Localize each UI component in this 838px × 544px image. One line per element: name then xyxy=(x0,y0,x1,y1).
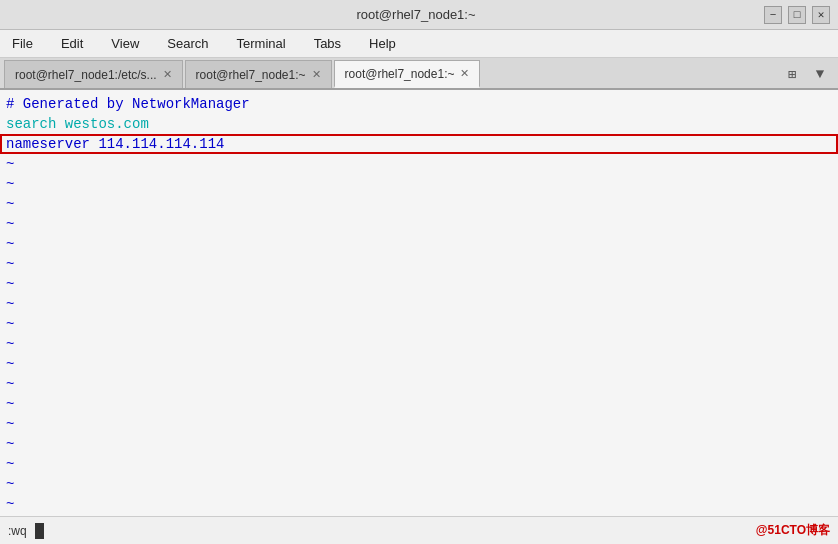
tab-dropdown-button[interactable]: ▼ xyxy=(806,60,834,88)
tab-bar: root@rhel7_node1:/etc/s...✕root@rhel7_no… xyxy=(0,58,838,90)
editor-line-12: ~ xyxy=(0,314,838,334)
status-command: :wq xyxy=(8,523,44,539)
editor-line-11: ~ xyxy=(0,294,838,314)
editor-line-20: ~ xyxy=(0,474,838,494)
tab-close-3[interactable]: ✕ xyxy=(460,67,469,80)
minimize-button[interactable]: − xyxy=(764,6,782,24)
menu-item-help[interactable]: Help xyxy=(363,34,402,53)
menu-item-tabs[interactable]: Tabs xyxy=(308,34,347,53)
editor-line-13: ~ xyxy=(0,334,838,354)
watermark: @51CTO博客 xyxy=(756,522,830,539)
editor-area: # Generated by NetworkManagersearch west… xyxy=(0,90,838,516)
window-title: root@rhel7_node1:~ xyxy=(68,7,764,22)
editor-line-4: ~ xyxy=(0,154,838,174)
editor-line-3: nameserver 114.114.114.114 xyxy=(0,134,838,154)
menu-item-view[interactable]: View xyxy=(105,34,145,53)
editor-line-17: ~ xyxy=(0,414,838,434)
window-controls: − □ ✕ xyxy=(764,6,830,24)
editor-line-21: ~ xyxy=(0,494,838,514)
editor-line-15: ~ xyxy=(0,374,838,394)
editor-line-9: ~ xyxy=(0,254,838,274)
editor-line-10: ~ xyxy=(0,274,838,294)
maximize-button[interactable]: □ xyxy=(788,6,806,24)
close-button[interactable]: ✕ xyxy=(812,6,830,24)
editor-line-6: ~ xyxy=(0,194,838,214)
editor-line-16: ~ xyxy=(0,394,838,414)
tab-1[interactable]: root@rhel7_node1:/etc/s...✕ xyxy=(4,60,183,88)
editor-line-7: ~ xyxy=(0,214,838,234)
menu-item-file[interactable]: File xyxy=(6,34,39,53)
tab-2[interactable]: root@rhel7_node1:~✕ xyxy=(185,60,332,88)
menu-item-search[interactable]: Search xyxy=(161,34,214,53)
editor-line-8: ~ xyxy=(0,234,838,254)
menu-item-terminal[interactable]: Terminal xyxy=(231,34,292,53)
command-text: :wq xyxy=(8,524,27,538)
menu-bar: FileEditViewSearchTerminalTabsHelp xyxy=(0,30,838,58)
tab-3[interactable]: root@rhel7_node1:~✕ xyxy=(334,60,481,88)
tab-label-2: root@rhel7_node1:~ xyxy=(196,68,306,82)
tab-label-3: root@rhel7_node1:~ xyxy=(345,67,455,81)
new-tab-button[interactable]: ⊞ xyxy=(778,60,806,88)
cursor xyxy=(35,523,44,539)
title-bar: root@rhel7_node1:~ − □ ✕ xyxy=(0,0,838,30)
editor-line-2: search westos.com xyxy=(0,114,838,134)
tab-label-1: root@rhel7_node1:/etc/s... xyxy=(15,68,157,82)
editor-line-5: ~ xyxy=(0,174,838,194)
tab-close-2[interactable]: ✕ xyxy=(312,68,321,81)
editor-line-1: # Generated by NetworkManager xyxy=(0,94,838,114)
menu-item-edit[interactable]: Edit xyxy=(55,34,89,53)
tab-close-1[interactable]: ✕ xyxy=(163,68,172,81)
editor-line-14: ~ xyxy=(0,354,838,374)
editor-line-18: ~ xyxy=(0,434,838,454)
status-bar: :wq @51CTO博客 xyxy=(0,516,838,544)
editor-line-19: ~ xyxy=(0,454,838,474)
